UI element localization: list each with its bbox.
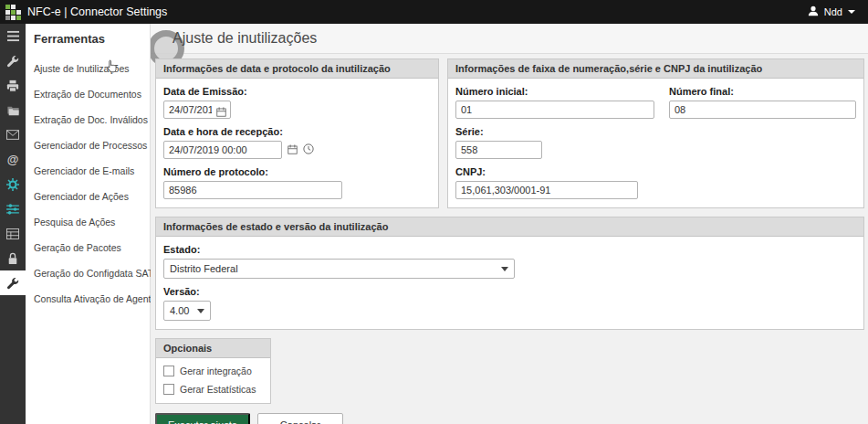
- calendar-icon[interactable]: [216, 104, 226, 121]
- estado-select[interactable]: Distrito Federal: [163, 259, 515, 279]
- mouse-cursor-hand: [106, 59, 118, 75]
- table-icon[interactable]: [0, 221, 26, 246]
- panel-optional: Opcionais Gerar integração Gerar Estatís…: [155, 338, 271, 404]
- execute-adjust-button[interactable]: Executar ajuste: [155, 413, 250, 424]
- action-bar: Executar ajuste Cancelar: [155, 413, 864, 424]
- panel-optional-title: Opcionais: [156, 339, 270, 358]
- versao-label: Versão:: [163, 286, 856, 297]
- protocol-number-input[interactable]: [163, 181, 342, 199]
- panel-state-title: Informações de estado e versão da inutil…: [156, 217, 863, 237]
- folders-icon[interactable]: [0, 98, 26, 122]
- sidebar-item-label: Geração de Pacotes: [34, 242, 121, 253]
- chevron-down-icon: [848, 10, 855, 14]
- calendar-icon[interactable]: [288, 142, 298, 158]
- sidebar-item-pesquisa-acoes[interactable]: Pesquisa de Ações: [26, 209, 150, 235]
- chevron-down-icon: [501, 267, 508, 271]
- sidebar-item-label: Consulta Ativação de Agente: [34, 293, 156, 304]
- panel-date-protocol-title: Informações de data e protocolo da inuti…: [156, 59, 438, 79]
- end-number-label: Número final:: [669, 86, 856, 97]
- sidebar-item-label: Pesquisa de Ações: [34, 217, 115, 228]
- panel-range-title: Informações de faixa de numeração,série …: [448, 59, 863, 79]
- chevron-down-icon: [197, 309, 204, 313]
- gerar-integracao-checkbox[interactable]: [163, 366, 174, 376]
- sidebar-item-label: Extração de Documentos: [34, 89, 141, 100]
- start-number-input[interactable]: [455, 101, 654, 119]
- cancel-button[interactable]: Cancelar: [257, 413, 343, 424]
- reception-datetime-label: Data e hora de recepção:: [163, 126, 431, 137]
- top-bar: NFC-e | Connector Settings Ndd: [0, 0, 868, 24]
- printer-icon[interactable]: [0, 73, 26, 98]
- envelope-icon[interactable]: [0, 122, 26, 147]
- user-icon: [808, 5, 819, 18]
- sidebar-item-label: Extração de Doc. Inválidos: [34, 114, 148, 125]
- start-number-label: Número inicial:: [455, 86, 654, 97]
- sidebar-item-extracao-doc-invalidos[interactable]: Extração de Doc. Inválidos: [26, 107, 150, 132]
- cnpj-input[interactable]: [455, 181, 638, 199]
- sidebar: Ferramentas Ajuste de Inutilizações Extr…: [26, 24, 151, 424]
- user-menu[interactable]: Ndd: [808, 5, 855, 18]
- sidebar-item-label: Gerenciador de Processos: [34, 140, 147, 151]
- page-title: Ajuste de inutilizações: [173, 30, 317, 47]
- sidebar-item-extracao-documentos[interactable]: Extração de Documentos: [26, 81, 150, 107]
- sidebar-item-gerenciador-acoes[interactable]: Gerenciador de Ações: [26, 184, 150, 209]
- menu-icon[interactable]: [0, 24, 26, 48]
- versao-select[interactable]: 4.00: [163, 301, 211, 321]
- gerar-estatisticas-checkbox[interactable]: [163, 384, 174, 395]
- panel-state-version: Informações de estado e versão da inutil…: [155, 217, 864, 330]
- sidebar-item-geracao-configdata-sat[interactable]: Geração do Configdata SAT: [26, 260, 150, 286]
- serie-label: Série:: [455, 126, 856, 137]
- sidebar-item-consulta-ativacao-agente[interactable]: Consulta Ativação de Agente: [26, 286, 150, 312]
- cnpj-label: CNPJ:: [455, 166, 856, 177]
- sidebar-item-label: Geração do Configdata SAT: [34, 268, 153, 279]
- sidebar-heading: Ferramentas: [26, 24, 150, 56]
- sidebar-item-label: Gerenciador de Ações: [34, 191, 129, 202]
- sidebar-item-gerenciador-emails[interactable]: Gerenciador de E-mails: [26, 158, 150, 184]
- estado-label: Estado:: [163, 244, 856, 255]
- at-icon[interactable]: @: [0, 147, 26, 172]
- sidebar-item-geracao-pacotes[interactable]: Geração de Pacotes: [26, 235, 150, 260]
- sliders-icon[interactable]: [0, 196, 26, 221]
- clock-icon[interactable]: [303, 142, 314, 158]
- versao-selected-value: 4.00: [170, 305, 189, 316]
- lock-icon[interactable]: [0, 246, 26, 270]
- reception-datetime-input[interactable]: [163, 141, 282, 159]
- app-title: NFC-e | Connector Settings: [27, 5, 167, 18]
- sidebar-item-gerenciador-processos[interactable]: Gerenciador de Processos: [26, 132, 150, 158]
- wrench-active-icon[interactable]: [0, 270, 26, 295]
- estado-selected-value: Distrito Federal: [170, 263, 238, 274]
- gear-icon[interactable]: [0, 172, 26, 196]
- sidebar-item-ajuste-inutilizacoes[interactable]: Ajuste de Inutilizações: [26, 56, 150, 81]
- panel-range-serie-cnpj: Informações de faixa de numeração,série …: [447, 58, 864, 208]
- user-name: Ndd: [824, 6, 842, 17]
- gerar-integracao-row: Gerar integração: [163, 366, 263, 376]
- main-content: Ajuste de inutilizações Informações de d…: [151, 24, 868, 424]
- icon-rail: @: [0, 24, 26, 424]
- emission-date-label: Data de Emissão:: [163, 86, 431, 97]
- panel-date-protocol: Informações de data e protocolo da inuti…: [155, 58, 439, 208]
- sidebar-item-label: Gerenciador de E-mails: [34, 165, 134, 176]
- gerar-integracao-label: Gerar integração: [180, 366, 252, 376]
- end-number-input[interactable]: [669, 101, 856, 119]
- gerar-estatisticas-row: Gerar Estatísticas: [163, 384, 263, 395]
- gerar-estatisticas-label: Gerar Estatísticas: [180, 384, 256, 395]
- app-logo: [5, 5, 21, 20]
- protocol-number-label: Número de protocolo:: [163, 166, 431, 177]
- page-header: Ajuste de inutilizações: [151, 24, 868, 54]
- wrench-icon[interactable]: [0, 48, 26, 73]
- serie-input[interactable]: [455, 141, 542, 159]
